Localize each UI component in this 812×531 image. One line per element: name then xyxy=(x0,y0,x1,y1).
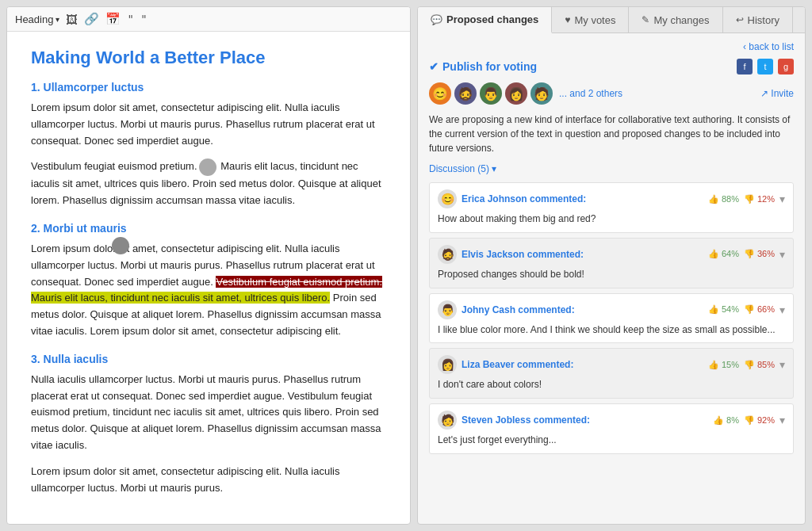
expand-comment-3[interactable]: ▾ xyxy=(779,304,785,316)
comment-author-3: 👨 Johny Cash commented: xyxy=(438,300,575,319)
comment-header-2: 🧔 Elvis Jackson commented: 👍 64% 👎 36% ▾ xyxy=(438,245,785,264)
avatar-1: 😊 xyxy=(429,82,451,105)
tab-history[interactable]: ↩ History xyxy=(723,7,793,32)
comment-text-4: I don't care about colors! xyxy=(438,378,785,392)
comment-author-2: 🧔 Elvis Jackson commented: xyxy=(438,245,584,264)
comment-votes-5: 👍 8% 👎 92% ▾ xyxy=(713,414,785,426)
document-content: Making World a Better Place 1. Ullamcorp… xyxy=(7,32,410,524)
comment-votes-1: 👍 88% 👎 12% ▾ xyxy=(708,193,785,205)
link-icon[interactable]: 🔗 xyxy=(84,12,99,26)
vote-up-5[interactable]: 👍 8% xyxy=(713,415,739,426)
avatar-3: 👨 xyxy=(480,82,502,105)
section-1-heading: 1. Ullamcorper luctus xyxy=(31,81,386,94)
section-2-body: Lorem ipsum dolor sit amet, consectetur … xyxy=(31,241,386,340)
discussion-label: Discussion (5) xyxy=(429,163,489,174)
tab-my-votes-label: My votes xyxy=(574,14,615,26)
section-3-heading: 3. Nulla iaculis xyxy=(31,353,386,365)
comments-list: 😊 Erica Johnson commented: 👍 88% 👎 12% ▾… xyxy=(429,182,794,454)
proposal-description: We are proposing a new kind of interface… xyxy=(429,113,794,155)
vote-up-3[interactable]: 👍 54% xyxy=(708,304,739,315)
panel-body: ‹ back to list ✔ Publish for voting f t … xyxy=(418,33,805,524)
comment-text-5: Let's just forget everything... xyxy=(438,434,785,447)
comment-name-1: Erica Johnson commented: xyxy=(462,193,586,204)
expand-comment-2[interactable]: ▾ xyxy=(779,248,785,261)
quote-icon[interactable]: " " xyxy=(127,13,147,25)
vote-up-4[interactable]: 👍 15% xyxy=(708,360,739,370)
doc-title: Making World a Better Place xyxy=(31,48,386,68)
comment-avatar-5: 🧑 xyxy=(438,411,457,430)
proposal-title: ✔ Publish for voting xyxy=(429,60,537,73)
comment-name-5: Steven Jobless commented: xyxy=(462,414,590,426)
my-changes-icon: ✎ xyxy=(642,14,649,25)
comment-header-3: 👨 Johny Cash commented: 👍 54% 👎 66% ▾ xyxy=(438,300,785,319)
tab-history-label: History xyxy=(748,14,779,26)
comment-votes-4: 👍 15% 👎 85% ▾ xyxy=(708,358,785,371)
app-container: Heading ▾ 🖼 🔗 📅 " " Making World a Bette… xyxy=(0,0,812,531)
comment-card-3: 👨 Johny Cash commented: 👍 54% 👎 66% ▾ I … xyxy=(429,293,794,344)
history-icon: ↩ xyxy=(736,14,744,25)
expand-comment-1[interactable]: ▾ xyxy=(779,193,785,205)
expand-comment-4[interactable]: ▾ xyxy=(779,358,785,371)
toolbar: Heading ▾ 🖼 🔗 📅 " " xyxy=(7,7,410,32)
section-1-para-2: Vestibulum feugiat euismod pretium. Maur… xyxy=(31,159,386,209)
heading-dropdown[interactable]: Heading ▾ xyxy=(15,13,59,25)
expand-comment-5[interactable]: ▾ xyxy=(779,414,785,426)
vote-down-3[interactable]: 👎 66% xyxy=(744,304,775,315)
vote-up-2[interactable]: 👍 64% xyxy=(708,249,739,259)
proposed-changes-icon: 💬 xyxy=(431,14,442,25)
comment-text-2: Proposed changes should be bold! xyxy=(438,268,785,281)
proposal-header: ✔ Publish for voting f t g xyxy=(429,59,794,74)
comment-avatar-4: 👩 xyxy=(438,355,457,374)
document-panel: Heading ▾ 🖼 🔗 📅 " " Making World a Bette… xyxy=(6,6,411,525)
tab-bar: 💬 Proposed changes ♥ My votes ✎ My chang… xyxy=(418,7,805,33)
strikethrough-text: Vestibulum feugiat euismod pretium. xyxy=(216,276,382,288)
comment-avatar-3: 👨 xyxy=(438,300,457,319)
comment-author-1: 😊 Erica Johnson commented: xyxy=(438,189,586,208)
invite-button[interactable]: ↗ Invite xyxy=(760,88,794,99)
comment-author-5: 🧑 Steven Jobless commented: xyxy=(438,411,590,430)
check-icon: ✔ xyxy=(429,60,439,73)
tab-proposed-changes-label: Proposed changes xyxy=(446,13,538,25)
comments-panel: 💬 Proposed changes ♥ My votes ✎ My chang… xyxy=(417,6,806,525)
chevron-icon: ▾ xyxy=(56,15,59,24)
tab-my-changes[interactable]: ✎ My changes xyxy=(629,7,722,32)
vote-down-5[interactable]: 👎 92% xyxy=(744,415,775,426)
others-count: ... and 2 others xyxy=(559,88,622,99)
proposal-title-text: Publish for voting xyxy=(442,60,537,73)
inline-avatar-2 xyxy=(112,237,129,254)
section-3-para-2: Lorem ipsum dolor sit amet, consectetur … xyxy=(31,464,386,497)
invite-icon: ↗ xyxy=(760,88,768,99)
back-to-list[interactable]: ‹ back to list xyxy=(429,41,794,52)
heading-label: Heading xyxy=(15,13,53,25)
comment-name-2: Elvis Jackson commented: xyxy=(462,249,584,260)
comment-avatar-1: 😊 xyxy=(438,189,457,208)
discussion-chevron-icon: ▾ xyxy=(492,163,496,174)
twitter-share-icon[interactable]: t xyxy=(757,59,773,74)
image-icon[interactable]: 🖼 xyxy=(66,13,78,26)
tab-proposed-changes[interactable]: 💬 Proposed changes xyxy=(418,7,552,33)
comment-votes-2: 👍 64% 👎 36% ▾ xyxy=(708,248,785,261)
facebook-share-icon[interactable]: f xyxy=(737,59,753,74)
googleplus-share-icon[interactable]: g xyxy=(778,59,794,74)
discussion-toggle[interactable]: Discussion (5) ▾ xyxy=(429,163,794,174)
avatar-2: 🧔 xyxy=(454,82,477,105)
vote-down-2[interactable]: 👎 36% xyxy=(744,249,775,259)
section-2-para-1: Lorem ipsum dolor sit amet, consectetur … xyxy=(31,241,386,340)
comment-card-5: 🧑 Steven Jobless commented: 👍 8% 👎 92% ▾… xyxy=(429,403,794,454)
highlighted-text: Mauris elit lacus, tincidunt nec iaculis… xyxy=(31,292,330,304)
comment-name-3: Johny Cash commented: xyxy=(462,304,575,315)
comment-text-3: I like blue color more. And I think we s… xyxy=(438,323,785,337)
vote-up-1[interactable]: 👍 88% xyxy=(708,194,739,204)
vote-down-1[interactable]: 👎 12% xyxy=(744,194,775,204)
calendar-icon[interactable]: 📅 xyxy=(105,12,121,26)
invite-label: Invite xyxy=(771,88,794,99)
comment-header-4: 👩 Liza Beaver commented: 👍 15% 👎 85% ▾ xyxy=(438,355,785,374)
comment-author-4: 👩 Liza Beaver commented: xyxy=(438,355,573,374)
comment-name-4: Liza Beaver commented: xyxy=(462,359,573,370)
comment-card-1: 😊 Erica Johnson commented: 👍 88% 👎 12% ▾… xyxy=(429,182,794,233)
comment-text-1: How about making them big and red? xyxy=(438,212,785,226)
vote-down-4[interactable]: 👎 85% xyxy=(744,360,775,370)
tab-my-votes[interactable]: ♥ My votes xyxy=(552,7,629,32)
avatar-4: 👩 xyxy=(505,82,527,105)
comment-card-2: 🧔 Elvis Jackson commented: 👍 64% 👎 36% ▾… xyxy=(429,238,794,288)
